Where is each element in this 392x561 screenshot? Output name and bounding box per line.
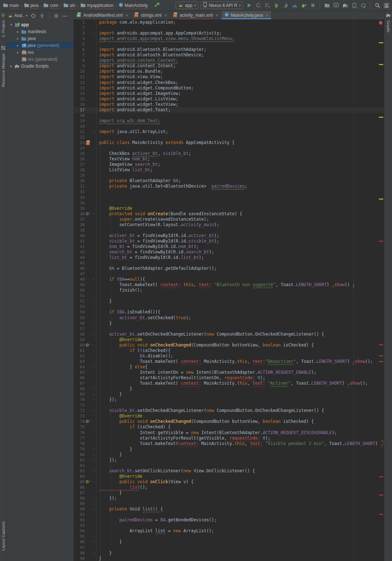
tab-strings.xml[interactable]: <>strings.xml× [131,11,170,19]
line-number[interactable]: 86 [74,485,85,490]
code-text[interactable]: setContentView(R.layout.activity_main); [96,222,219,228]
code-text[interactable]: list(); [96,485,148,490]
build-hammer-icon[interactable] [154,2,160,9]
code-text[interactable]: import android.widget.ListView; [96,96,178,102]
line-number[interactable]: 43 [74,249,85,255]
line-number[interactable]: 67 [74,381,85,386]
fold-marker-icon[interactable]: ⌐ [93,458,95,462]
line-number[interactable]: 4 [74,36,85,41]
line-number[interactable]: 97 [74,545,85,550]
line-number[interactable]: 39 [74,228,85,233]
code-text[interactable]: Intent intentOn = new Intent(BluetoothAd… [96,370,316,375]
close-tab-icon[interactable]: × [165,13,167,17]
line-number[interactable]: 57 [74,326,85,332]
fold-marker-icon[interactable]: − [93,349,95,352]
tree-item-java[interactable]: ▸java [7,35,73,42]
line-number[interactable]: 2 [74,25,85,31]
code-text[interactable]: finish(); [96,288,143,293]
fold-marker-icon[interactable]: ⌐ [93,393,95,396]
code-text[interactable]: package com.alv.myapplication; [96,20,176,25]
line-number[interactable]: 24 [74,145,85,151]
line-number[interactable]: 13 [74,85,85,91]
code-text[interactable]: } [96,386,132,392]
breadcrumb-item-main[interactable]: main [2,2,20,9]
line-number[interactable]: 38 [74,222,85,228]
code-text[interactable]: Toast.makeText( context: MainActivity.th… [96,359,373,364]
line-number[interactable]: 11 [74,74,85,80]
tab-AndroidManifest.xml[interactable]: MFAndroidManifest.xml× [74,11,131,19]
breadcrumb-item-MainActivity[interactable]: CMainActivity [118,2,149,9]
line-number[interactable]: 74 [74,419,85,424]
fold-marker-icon[interactable]: ⌐ [93,387,95,390]
code-text[interactable]: Intent getVisible = new Intent(Bluetooth… [96,430,337,436]
code-text[interactable]: } [96,556,101,561]
error-stripe-mark[interactable] [379,355,383,356]
line-number[interactable]: 96 [74,539,85,545]
line-number[interactable]: 87 [74,490,85,496]
line-number[interactable]: 95 [74,534,85,539]
line-number[interactable]: 85 [74,479,85,485]
line-number[interactable]: 5 [74,41,85,47]
breadcrumb-item-myapplication[interactable]: myapplication [80,2,114,9]
code-text[interactable]: startActivityForResult(intentOn, request… [96,375,265,381]
line-number[interactable]: 16 [74,102,85,107]
code-text[interactable] [96,501,99,506]
fold-marker-icon[interactable]: − [93,409,95,412]
code-text[interactable]: TextView nom_bt; [96,156,150,162]
line-number[interactable]: 21 [74,129,85,135]
hide-panel-icon[interactable]: — [62,13,68,19]
code-text[interactable]: @Override [96,413,143,419]
fold-marker-icon[interactable]: − [93,508,95,511]
code-text[interactable]: import android.widget.ImageView; [96,91,181,96]
code-text[interactable] [96,228,99,233]
debug-attach-button[interactable] [300,2,307,9]
code-text[interactable] [96,271,99,277]
code-text[interactable] [96,25,99,31]
code-text[interactable]: Toast.makeText( context: this, text: "Bl… [96,282,355,288]
expand-arrow-icon[interactable]: ▾ [9,23,14,27]
warning-stripe-mark[interactable] [379,64,383,65]
fold-marker-icon[interactable]: − [93,344,95,347]
code-text[interactable]: import android.widget.Toast; [96,107,171,113]
line-number[interactable]: 56 [74,321,85,326]
profile-avatar-icon[interactable] [383,2,390,9]
line-number[interactable]: 62 [74,353,85,359]
fold-marker-icon[interactable]: ⌐ [93,365,95,369]
attach-debugger-icon[interactable] [282,2,289,9]
line-number[interactable]: 49 [74,282,85,288]
line-number[interactable]: 31 [74,184,85,189]
code-text[interactable]: } [96,446,132,452]
search-everywhere-icon[interactable] [374,2,381,9]
line-number[interactable]: 81 [74,457,85,463]
code-text[interactable]: import android.widget.CheckBox; [96,80,178,85]
error-stripe-mark[interactable] [379,476,383,477]
code-text[interactable]: import android.content.Context; [96,58,178,63]
line-number[interactable]: 27 [74,162,85,167]
code-text[interactable]: @Override [96,474,143,479]
line-number[interactable]: 84 [74,474,85,479]
code-text[interactable]: private java.util.Set<BluetoothDevice> p… [96,184,247,189]
line-number[interactable]: 90 [74,506,85,512]
code-text[interactable] [96,463,99,468]
line-number[interactable]: 91 [74,512,85,517]
code-text[interactable]: } [96,298,112,304]
code-text[interactable]: protected void onCreate(Bundle savedInst… [96,211,242,217]
fold-marker-icon[interactable]: − [93,425,95,429]
profiler-button[interactable] [291,2,298,9]
code-text[interactable]: import android.view.View; [96,74,163,80]
code-text[interactable]: public void onClick(View v) { [96,479,193,485]
code-text[interactable] [96,145,99,151]
line-number[interactable]: 61 [74,348,85,353]
line-number[interactable]: 6 [74,47,85,52]
code-text[interactable]: activer_bt.setOnCheckedChangeListener(ne… [96,332,324,337]
fold-marker-icon[interactable]: − [93,333,95,336]
fold-marker-icon[interactable]: ⌐ [93,497,95,500]
code-text[interactable]: activer_bt.setChecked(true); [96,315,191,321]
code-text[interactable]: import androidx.appcompat.view.menu.Show… [96,36,235,41]
line-number[interactable]: 40 [74,233,85,239]
code-text[interactable]: visible_bt = findViewById(R.id.visible_b… [96,239,219,244]
code-text[interactable]: }); [96,397,117,402]
code-text[interactable]: private BluetoothAdapter BA; [96,178,181,184]
line-number[interactable]: 10 [74,69,85,74]
tree-item-manifests[interactable]: ▸manifests [7,28,73,35]
